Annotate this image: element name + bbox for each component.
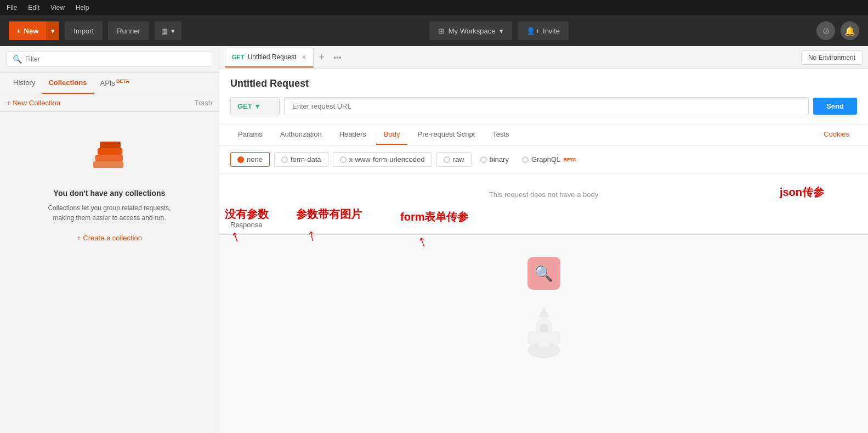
plus-icon: + [16,27,21,35]
body-formdata-label: form-data [291,155,321,164]
body-option-binary[interactable]: binary [476,153,513,166]
grid-icon: ▦ [161,27,168,35]
workspace-center: ⊞ My Workspace ▾ 👤+ Invite [187,21,811,40]
req-tab-cookies[interactable]: Cookies [816,125,857,145]
response-area: 🔍 [219,235,868,433]
toolbar-right: ⊘ 🔔 [816,21,859,40]
req-tab-headers[interactable]: Headers [332,125,374,145]
response-tab-bar: Response [219,215,868,235]
sidebar-tab-history[interactable]: History [7,73,42,94]
sidebar-tab-apis[interactable]: APIsBETA [94,73,136,94]
body-message: This request does not have a body [219,174,868,215]
search-input[interactable] [25,55,206,63]
sidebar-tab-collections[interactable]: Collections [42,73,93,94]
url-bar: GET ▾ Send [230,97,857,115]
method-badge-tab: GET [232,54,245,60]
radio-none-dot [237,156,244,163]
svg-rect-0 [93,161,123,168]
svg-rect-8 [552,331,560,345]
runner-button[interactable]: Runner [108,21,149,40]
empty-title: You don't have any collections [54,189,166,198]
menu-file[interactable]: File [7,4,17,12]
menu-edit[interactable]: Edit [28,4,39,12]
req-tab-authorization[interactable]: Authorization [273,125,330,145]
body-option-raw[interactable]: raw [436,152,472,167]
collections-illustration [88,134,132,178]
new-button-dropdown[interactable]: ▾ [46,21,59,40]
extras-button[interactable]: ▦ ▾ [155,21,181,40]
body-raw-label: raw [453,155,464,164]
method-label: GET [237,102,252,110]
body-graphql-label: GraphQL [531,155,560,164]
trash-button[interactable]: Trash [194,99,212,107]
request-tab[interactable]: GET Untitled Request × [225,48,314,68]
radio-urlencoded-dot [340,156,347,163]
body-content-wrapper: This request does not have a body Respon… [219,174,868,433]
req-tab-params[interactable]: Params [230,125,270,145]
new-label: New [24,27,39,35]
no-environment-button[interactable]: No Environment [801,50,863,65]
body-option-urlencoded[interactable]: x-www-form-urlencoded [333,152,432,167]
method-chevron-icon: ▾ [256,102,259,110]
body-option-formdata[interactable]: form-data [274,152,328,167]
search-input-wrap: 🔍 [7,52,212,67]
workspace-button[interactable]: ⊞ My Workspace ▾ [429,21,513,40]
new-collection-button[interactable]: + New Collection [7,99,60,107]
svg-marker-6 [538,306,549,317]
request-title: Untitled Request [230,78,857,89]
create-collection-button[interactable]: + Create a collection [77,234,142,242]
svg-rect-1 [95,155,123,161]
tab-more-button[interactable]: ••• [330,53,345,62]
sidebar-empty-state: You don't have any collections Collectio… [0,112,219,253]
response-search-icon: 🔍 [527,257,560,290]
req-tab-body[interactable]: Body [376,125,408,145]
request-panel: Untitled Request GET ▾ Send [219,69,868,125]
request-tabs: Params Authorization Headers Body Pre-re… [219,125,868,145]
empty-desc: Collections let you group related reques… [48,203,171,223]
main-layout: 🔍 History Collections APIsBETA + New Col… [0,46,868,433]
send-button[interactable]: Send [813,98,857,115]
sidebar: 🔍 History Collections APIsBETA + New Col… [0,46,219,433]
body-none-label: none [247,155,263,164]
invite-button[interactable]: 👤+ Invite [518,21,569,40]
user-avatar[interactable]: 🔔 [841,21,859,40]
chevron-down-icon: ▾ [51,27,55,35]
menu-view[interactable]: View [50,4,65,12]
svg-point-9 [540,324,548,333]
content-area: GET Untitled Request × + ••• No Environm… [219,46,868,433]
response-tab[interactable]: Response [230,216,263,233]
body-option-none[interactable]: none [230,152,270,167]
invite-label: Invite [543,27,560,35]
menu-bar: File Edit View Help [0,0,868,15]
sidebar-search-area: 🔍 [0,46,219,73]
svg-rect-7 [527,331,536,345]
tabs-bar: GET Untitled Request × + ••• No Environm… [219,46,868,69]
invite-icon: 👤+ [526,27,540,35]
radio-formdata-dot [281,156,288,163]
rocket-illustration [511,301,577,367]
avatar[interactable]: ⊘ [816,21,835,40]
sidebar-actions: + New Collection Trash [0,94,219,112]
new-button-main[interactable]: + New [9,21,46,40]
body-urlencoded-label: x-www-form-urlencoded [349,155,425,164]
body-option-graphql[interactable]: GraphQL BETA [518,153,581,166]
req-tab-tests[interactable]: Tests [485,125,517,145]
import-button[interactable]: Import [65,21,103,40]
new-button[interactable]: + New ▾ [9,21,59,40]
radio-raw-dot [444,156,450,163]
svg-rect-2 [98,148,122,155]
toolbar: + New ▾ Import Runner ▦ ▾ ⊞ My Workspace… [0,15,868,46]
search-icon: 🔍 [13,55,22,64]
chevron-down-icon-workspace: ▾ [500,27,503,35]
method-select[interactable]: GET ▾ [230,97,280,115]
chevron-down-icon-extras: ▾ [171,27,175,35]
svg-rect-3 [100,142,121,148]
menu-help[interactable]: Help [76,4,89,12]
req-tab-prerequest[interactable]: Pre-request Script [410,125,483,145]
body-options: none form-data x-www-form-urlencoded raw… [219,145,868,174]
tab-close-button[interactable]: × [302,53,306,61]
graphql-beta-tag: BETA [563,157,576,162]
url-input[interactable] [284,97,809,115]
grid-workspace-icon: ⊞ [438,27,444,35]
tab-add-button[interactable]: + [316,52,328,63]
